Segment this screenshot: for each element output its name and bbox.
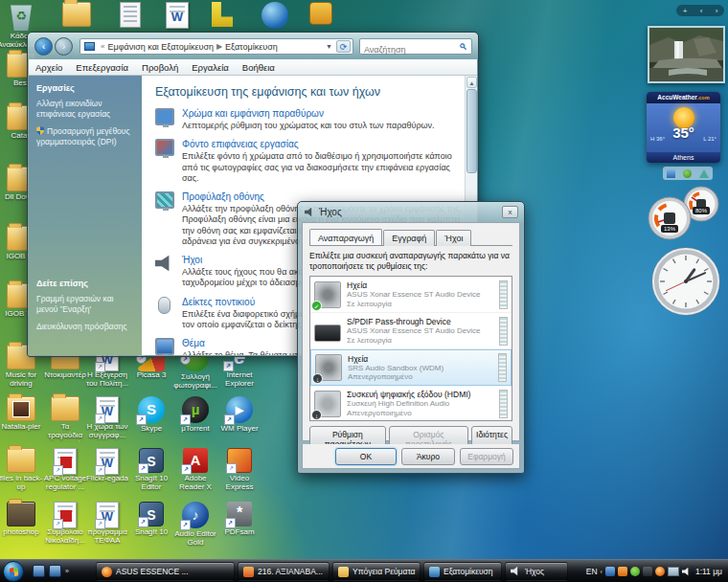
speaker-icon <box>305 208 314 217</box>
taskbtn-folder[interactable]: Υπόγεια Ρεύματα <box>332 562 421 581</box>
device-row-spdif[interactable]: S/PDIF Pass-through Device ASUS Xonar Es… <box>310 313 512 349</box>
network-icon[interactable] <box>668 567 679 576</box>
desktop-icon[interactable]: Τα τραγούδια της χρονιάς <box>43 396 87 442</box>
close-icon[interactable]: x <box>502 206 518 218</box>
desktop-icon[interactable]: photoshop <box>0 502 43 537</box>
desktop-icon[interactable] <box>108 2 152 28</box>
desktop-icon[interactable]: SSnagIt 10 Editor <box>129 448 173 492</box>
tab-sounds[interactable]: Ήχοι <box>436 230 471 246</box>
tray-chevron-icon[interactable]: ‹ <box>601 569 603 575</box>
scroll-thumb[interactable] <box>466 89 477 173</box>
mini-triangle-icon[interactable] <box>699 169 709 178</box>
breadcrumb-separator: ▶ <box>216 42 222 51</box>
see-also-ease-link[interactable]: Διευκόλυνση πρόσβασης <box>36 322 134 332</box>
mini-green-icon[interactable] <box>683 169 692 178</box>
desktop-icon[interactable]: Η χώρα των συγγραφ... <box>85 396 129 440</box>
taskbtn-document[interactable]: 216. ΑΞΙΑΝΑΒΑ... <box>238 562 330 581</box>
menu-tools[interactable]: Εργαλεία <box>185 62 236 73</box>
breadcrumb-current[interactable]: Εξατομίκευση <box>225 42 278 52</box>
weather-gadget[interactable]: AccuWeather.com 35° H 36° L 21° Athens <box>647 92 720 163</box>
search-input[interactable] <box>360 44 452 56</box>
search-icon[interactable]: 🔍︎ <box>459 42 468 52</box>
search-box[interactable]: 🔍︎ <box>359 38 472 55</box>
breadcrumb-root[interactable]: Εμφάνιση και Εξατομίκευση <box>107 42 214 52</box>
taskbtn-sound[interactable]: Ήχος <box>505 562 568 581</box>
see-also-taskbar-link[interactable]: Γραμμή εργασιών και μενού 'Έναρξη' <box>36 294 134 314</box>
photo-slideshow-gadget[interactable] <box>648 26 725 83</box>
device-row-srs-selected[interactable]: ↓ Ηχεία SRS Audio Sandbox (WDM) Απενεργο… <box>310 349 512 386</box>
menu-view[interactable]: Προβολή <box>135 62 185 73</box>
desktop-icon[interactable]: πρόγραμμα ΤΕΦΑΑ <box>85 502 129 546</box>
show-desktop-icon[interactable] <box>33 565 45 577</box>
desktop-icon[interactable] <box>200 2 244 27</box>
desktop-icon[interactable]: AAdobe Reader X <box>173 448 217 492</box>
menu-file[interactable]: Αρχείο <box>29 62 69 73</box>
next-page-icon[interactable]: › <box>716 7 718 15</box>
tab-playback[interactable]: Αναπαραγωγή <box>309 229 382 245</box>
forward-button[interactable]: › <box>55 37 73 56</box>
menu-edit[interactable]: Επεξεργασία <box>69 62 135 73</box>
cancel-button[interactable]: Άκυρο <box>401 448 455 465</box>
desktop-icon[interactable]: Natalia-pier <box>0 396 43 432</box>
desktop-icon[interactable]: SSkype <box>129 396 173 434</box>
desktop-icon[interactable]: SSnagIt 10 <box>129 502 173 537</box>
quicklaunch-chevron-icon[interactable]: » <box>65 565 69 577</box>
desktop-icon[interactable]: ▶WM Player <box>217 396 262 434</box>
desktop-icon[interactable] <box>253 2 297 29</box>
blue-app-tray-icon[interactable] <box>605 567 615 576</box>
speaker-icon <box>155 255 174 272</box>
green-check-tray-icon[interactable] <box>630 567 640 576</box>
add-gadget-icon[interactable]: + <box>683 7 688 15</box>
mini-app-icon[interactable] <box>667 169 675 178</box>
volume-icon[interactable] <box>682 568 691 576</box>
scroll-up-icon[interactable]: ▲ <box>466 77 477 88</box>
prev-page-icon[interactable]: ‹ <box>700 7 703 15</box>
item-link[interactable]: Φόντο επιφάνειας εργασίας <box>182 139 466 149</box>
item-link[interactable]: Χρώμα και εμφάνιση παραθύρων <box>182 108 466 119</box>
breadcrumb[interactable]: « Εμφάνιση και Εξατομίκευση ▶ Εξατομίκευ… <box>80 38 353 55</box>
device-row-speakers-asus[interactable]: ✓ Ηχεία ASUS Xonar Essence ST Audio Devi… <box>310 277 512 313</box>
desktop-icon[interactable] <box>155 2 199 29</box>
desktop-icon[interactable]: µμTorrent <box>173 396 217 434</box>
task-link-change-icons[interactable]: Αλλαγή εικονιδίων επιφάνειας εργασίας <box>36 99 134 119</box>
instruction-text: Επιλέξτε μια συσκευή αναπαραγωγής παρακά… <box>309 251 512 271</box>
ok-button[interactable]: OK <box>335 448 397 465</box>
firefox-tray-icon[interactable] <box>655 567 665 576</box>
analog-clock <box>651 247 720 316</box>
task-link-dpi[interactable]: Προσαρμογή μεγέθους γραμματοσειράς (DPI) <box>36 126 134 146</box>
refresh-icon[interactable]: ⟳ <box>336 40 351 53</box>
monitor-wallpaper-icon <box>155 139 174 156</box>
skype-icon: S <box>138 396 165 423</box>
desktop-icon[interactable]: files in back-up <box>0 448 43 492</box>
mini-launcher-gadget[interactable] <box>663 167 713 180</box>
back-button[interactable]: ‹ <box>34 37 53 56</box>
monitor-icon <box>155 108 174 125</box>
desktop-icon[interactable]: ♪Audio Editor Gold <box>173 502 217 548</box>
desktop-icon[interactable] <box>55 2 99 27</box>
dark-app-tray-icon[interactable] <box>643 567 652 576</box>
taskbtn-personalization[interactable]: Εξατομίκευση <box>423 562 502 581</box>
desktop-icon[interactable]: Video Express <box>217 448 262 492</box>
desktop-icon[interactable]: *PDFsam <box>217 502 262 537</box>
tab-recording[interactable]: Εγγραφή <box>383 230 435 246</box>
language-indicator[interactable]: EN <box>586 567 598 576</box>
dialog-titlebar[interactable]: Ήχος x <box>298 202 524 222</box>
speaker-device-icon: ✓ <box>314 281 341 308</box>
start-button[interactable] <box>3 561 24 582</box>
desktop-icon[interactable]: Flickr-egada <box>85 448 129 483</box>
menu-help[interactable]: Βοήθεια <box>236 62 282 73</box>
desktop-icon[interactable]: APC voltage regulator ... <box>43 448 87 492</box>
device-row-hdmi[interactable]: ↓ Συσκευή ψηφιακής εξόδου (HDMI) Συσκευή… <box>310 386 512 421</box>
clock-gadget[interactable] <box>651 247 720 316</box>
sidebar-controls[interactable]: + ‹ › <box>676 5 724 16</box>
clock[interactable]: 1:11 μμ <box>695 567 722 576</box>
window-titlebar[interactable]: ‹ › « Εμφάνιση και Εξατομίκευση ▶ Εξατομ… <box>28 33 478 59</box>
apply-button[interactable]: Εφαρμογή <box>460 448 513 465</box>
cpu-meter-gadget[interactable]: 13% <box>648 196 692 240</box>
desktop-icon[interactable]: Συμβόλαιο Νικολαΐδη... <box>43 502 87 546</box>
orange-app-tray-icon[interactable] <box>618 567 627 576</box>
address-dropdown-icon[interactable]: ▼ <box>322 43 336 50</box>
taskbtn-firefox[interactable]: ASUS ESSENCE ... <box>96 562 235 581</box>
switch-windows-icon[interactable] <box>49 565 61 577</box>
desktop-icon[interactable] <box>299 2 343 25</box>
